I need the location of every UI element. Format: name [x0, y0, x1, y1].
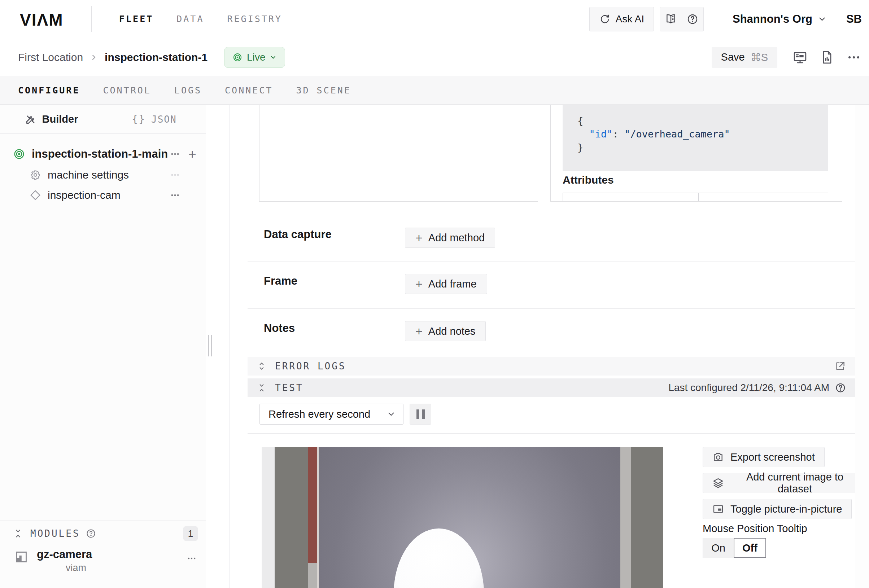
modules-count-badge: 1 — [183, 526, 198, 541]
test-section-bar[interactable]: TEST Last configured 2/11/26, 9:11:04 AM — [248, 378, 855, 397]
save-button[interactable]: Save ⌘S — [712, 47, 777, 68]
editor-mode-toggle: Builder {} JSON — [0, 105, 206, 134]
collapse-section-icon[interactable] — [257, 383, 266, 392]
layers-icon — [712, 477, 724, 489]
camera-stream-view — [262, 447, 663, 588]
builder-mode-button[interactable]: Builder — [0, 105, 103, 133]
toggle-pip-button[interactable]: Toggle picture-in-picture — [703, 499, 852, 519]
add-frame-button[interactable]: + Add frame — [405, 274, 487, 294]
json-label: JSON — [151, 114, 177, 125]
topbar-divider — [91, 6, 92, 32]
more-options-icon[interactable] — [186, 553, 197, 573]
docs-book-icon[interactable] — [660, 7, 682, 31]
chevron-down-icon — [817, 15, 827, 24]
viam-logo[interactable]: VIΛM — [20, 10, 63, 30]
mouse-position-tooltip-label: Mouse Position Tooltip — [703, 523, 807, 535]
component-config-box[interactable] — [259, 105, 538, 201]
org-name: Shannon's Org — [733, 13, 812, 26]
tab-logs[interactable]: LOGS — [174, 85, 202, 96]
more-options-icon[interactable] — [170, 149, 181, 160]
help-circle-icon[interactable] — [86, 529, 96, 539]
breadcrumb: First Location inspection-station-1 Live — [18, 39, 285, 76]
help-circle-icon[interactable] — [682, 7, 703, 31]
modules-header: MODULES 1 — [0, 523, 206, 544]
user-avatar[interactable]: SB — [846, 13, 862, 26]
white-sphere — [394, 529, 484, 588]
gear-icon — [30, 169, 41, 181]
sidebar-item-inspection-cam[interactable]: inspection-cam — [0, 187, 206, 204]
modules-bottom-border — [0, 577, 206, 577]
module-org: viam — [66, 562, 92, 573]
more-options-icon[interactable] — [846, 49, 862, 65]
error-logs-title: ERROR LOGS — [275, 361, 346, 372]
frame-label: Frame — [264, 274, 297, 287]
row-divider — [248, 221, 855, 221]
notes-label: Notes — [264, 322, 295, 335]
breadcrumb-bar: First Location inspection-station-1 Live… — [0, 39, 869, 76]
nav-data[interactable]: DATA — [176, 14, 204, 24]
status-label: Live — [247, 52, 265, 63]
more-options-icon[interactable] — [170, 170, 181, 181]
sidebar-item-machine-settings[interactable]: machine settings — [0, 166, 206, 184]
expand-section-icon[interactable] — [257, 361, 266, 371]
toggle-off-button[interactable]: Off — [734, 538, 766, 558]
live-broadcast-icon — [233, 52, 243, 62]
top-bar: VIΛM FLEET DATA REGISTRY Ask AI — [0, 0, 869, 38]
pause-icon — [417, 409, 419, 419]
tools-icon — [25, 114, 36, 125]
add-method-button[interactable]: + Add method — [405, 228, 495, 248]
json-mode-button[interactable]: {} JSON — [103, 105, 206, 133]
collapse-section-icon[interactable] — [13, 529, 23, 539]
tab-connect[interactable]: CONNECT — [225, 85, 273, 96]
modules-divider — [0, 521, 206, 521]
breadcrumb-location[interactable]: First Location — [18, 51, 83, 64]
tab-3d-scene[interactable]: 3D SCENE — [296, 85, 351, 96]
maroon-stripe — [308, 447, 317, 563]
row-divider — [248, 262, 855, 262]
screencast-monitor-icon[interactable] — [792, 50, 808, 65]
workspace: Builder {} JSON inspection-station-1-mai… — [0, 105, 869, 588]
chevron-down-icon — [387, 409, 396, 419]
picture-in-picture-icon — [712, 503, 724, 515]
nav-registry[interactable]: REGISTRY — [227, 14, 282, 24]
builder-label: Builder — [42, 113, 78, 125]
camera-scene — [262, 447, 663, 588]
pause-refresh-button[interactable] — [409, 404, 431, 425]
modules-title: MODULES — [30, 528, 80, 539]
machine-part-name: inspection-station-1-main — [32, 148, 168, 160]
save-shortcut: ⌘S — [750, 51, 768, 64]
scrollbar-gutter[interactable] — [855, 105, 869, 588]
external-link-icon[interactable] — [834, 360, 846, 372]
ask-ai-button[interactable]: Ask AI — [589, 7, 654, 31]
toggle-on-button[interactable]: On — [703, 538, 734, 558]
attributes-table — [563, 193, 828, 201]
example-json-code: { "id": "/overhead_camera" } — [563, 105, 828, 171]
org-switcher[interactable]: Shannon's Org — [733, 13, 827, 26]
row-divider — [248, 433, 855, 434]
more-options-icon[interactable] — [170, 190, 181, 201]
tab-control[interactable]: CONTROL — [103, 85, 151, 96]
refresh-rate-select[interactable]: Refresh every second — [260, 404, 403, 425]
module-item-gz-camera[interactable]: gz-camera viam — [0, 548, 206, 573]
last-configured-timestamp: Last configured 2/11/26, 9:11:04 AM — [668, 382, 829, 394]
live-broadcast-icon — [13, 148, 25, 160]
json-value: "/overhead_camera" — [624, 129, 730, 139]
add-notes-button[interactable]: + Add notes — [405, 321, 486, 341]
breadcrumb-machine-name: inspection-station-1 — [105, 51, 208, 64]
export-screenshot-button[interactable]: Export screenshot — [703, 447, 825, 467]
file-report-icon[interactable] — [820, 50, 834, 65]
row-divider — [248, 308, 855, 309]
nav-fleet[interactable]: FLEET — [119, 14, 153, 24]
tab-configure[interactable]: CONFIGURE — [18, 85, 80, 96]
error-logs-section-bar[interactable]: ERROR LOGS — [248, 357, 855, 376]
sidebar-item-machine-part[interactable]: inspection-station-1-main + — [0, 145, 206, 163]
help-circle-icon[interactable] — [835, 382, 846, 393]
sidebar-resize-handle[interactable] — [208, 335, 212, 356]
refresh-rate-value: Refresh every second — [268, 408, 387, 420]
camera-icon — [712, 451, 724, 463]
add-image-to-dataset-button[interactable]: Add current image to dataset — [703, 473, 869, 493]
machine-status-badge[interactable]: Live — [224, 47, 285, 68]
inspection-cam-label: inspection-cam — [47, 189, 120, 201]
machine-tab-bar: CONFIGURE CONTROL LOGS CONNECT 3D SCENE — [0, 76, 869, 105]
module-icon — [15, 550, 28, 573]
